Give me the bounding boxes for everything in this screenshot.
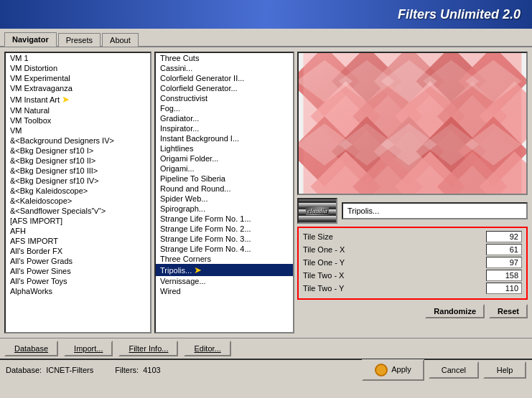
list-item[interactable]: Gradiator... — [156, 113, 293, 123]
list-item[interactable]: Origami... — [156, 164, 293, 174]
list-item[interactable]: &<Background Designers IV> — [6, 136, 150, 146]
param-value-tiletwox[interactable] — [486, 270, 522, 281]
apply-button[interactable]: Apply — [362, 359, 424, 381]
filters-value: 4103 — [143, 366, 160, 374]
list-item[interactable]: &<Bkg Designer sf10 II> — [6, 156, 150, 166]
list-item[interactable]: Wired — [156, 286, 293, 296]
list-item[interactable]: &<Bkg Designer sf10 IV> — [6, 176, 150, 186]
import-button[interactable]: Import... — [64, 341, 113, 356]
list-item[interactable]: Round and Round... — [156, 184, 293, 194]
param-label-tiletwoy: Tile Two - Y — [303, 284, 486, 293]
list-item[interactable]: VM 1 — [6, 53, 150, 63]
cancel-button[interactable]: Cancel — [429, 361, 479, 379]
list-item[interactable]: &<Bkg Designer sf10 I> — [6, 146, 150, 156]
list-item[interactable]: Colorfield Generator II... — [156, 73, 293, 83]
param-row-tiletwoy: Tile Two - Y — [303, 283, 522, 294]
list-item[interactable]: &<Bkg Kaleidoscope> — [6, 186, 150, 196]
arrow-icon: ➤ — [62, 94, 70, 105]
middle-list[interactable]: Three Cuts Cassini... Colorfield Generat… — [156, 53, 293, 332]
tab-bar: Navigator Presets About — [0, 29, 532, 47]
list-item[interactable]: &<Sandflower Specials"v"> — [6, 206, 150, 216]
list-item[interactable]: VM Toolbox — [6, 115, 150, 125]
list-item[interactable]: Three Cuts — [156, 53, 293, 63]
list-item[interactable]: &<Bkg Designer sf10 III> — [6, 166, 150, 176]
right-panel: claudia Tripolis... Tile Size Tile One -… — [297, 52, 528, 333]
list-item[interactable]: AFS IMPORT — [6, 236, 150, 246]
param-row-tilesize: Tile Size — [303, 231, 522, 242]
preview-image — [299, 53, 526, 194]
list-item[interactable]: AFH — [6, 226, 150, 236]
list-item[interactable]: All's Power Grads — [6, 256, 150, 266]
tab-presets[interactable]: Presets — [58, 33, 101, 47]
rand-reset-row: Randomize Reset — [297, 303, 528, 320]
editor-button[interactable]: Editor... — [184, 341, 230, 356]
tab-about[interactable]: About — [102, 33, 139, 47]
param-value-tiloney[interactable] — [486, 257, 522, 268]
preview-area — [297, 52, 528, 195]
list-item[interactable]: VM Instant Art ➤ — [6, 93, 150, 105]
list-item[interactable]: Strange Life Form No. 1... — [156, 214, 293, 224]
list-item[interactable]: &<Kaleidoscope> — [6, 196, 150, 206]
list-item[interactable]: Fog... — [156, 103, 293, 113]
param-value-tiletwoy[interactable] — [486, 283, 522, 294]
app-title: Filters Unlimited 2.0 — [398, 7, 521, 22]
arrow-icon: ➤ — [194, 265, 202, 275]
list-item[interactable]: Strange Life Form No. 2... — [156, 224, 293, 234]
list-item[interactable]: Spider Web... — [156, 194, 293, 204]
list-item[interactable]: Constructivist — [156, 93, 293, 103]
filter-info-bar: claudia Tripolis... — [297, 198, 528, 224]
filters-label: Filters: — [115, 366, 139, 374]
thumbnail-text: claudia — [299, 199, 336, 222]
apply-label: Apply — [391, 365, 411, 374]
left-list[interactable]: VM 1 VM Distortion VM Experimental VM Ex… — [6, 53, 150, 332]
list-item[interactable]: VM — [6, 125, 150, 136]
list-item[interactable]: Strange Life Form No. 3... — [156, 234, 293, 244]
list-item[interactable]: Cassini... — [156, 63, 293, 73]
params-area: Tile Size Tile One - X Tile One - Y Tile… — [297, 227, 528, 300]
database-label: Database: — [6, 366, 42, 374]
list-item[interactable]: All's Power Toys — [6, 276, 150, 286]
reset-button[interactable]: Reset — [489, 304, 528, 318]
status-bar: Database: ICNET-Filters Filters: 4103 Ap… — [0, 359, 532, 380]
main-content: VM 1 VM Distortion VM Experimental VM Ex… — [0, 47, 532, 338]
svg-rect-36 — [304, 53, 522, 194]
status-database: Database: ICNET-Filters — [6, 366, 93, 374]
list-item[interactable]: Vernissage... — [156, 276, 293, 286]
list-item[interactable]: Pipeline To Siberia — [156, 174, 293, 184]
param-row-tiletwox: Tile Two - X — [303, 270, 522, 281]
param-row-tiloney: Tile One - Y — [303, 257, 522, 268]
database-button[interactable]: Database — [4, 341, 58, 356]
status-filters: Filters: 4103 — [115, 366, 160, 374]
list-item[interactable]: All's Power Sines — [6, 266, 150, 276]
list-item[interactable]: Three Corners — [156, 254, 293, 264]
list-item[interactable]: AlphaWorks — [6, 286, 150, 296]
param-value-tileonex[interactable] — [486, 244, 522, 255]
list-item[interactable]: Origami Folder... — [156, 153, 293, 164]
left-panel: VM 1 VM Distortion VM Experimental VM Ex… — [4, 52, 151, 333]
filter-info-button[interactable]: Filter Info... — [118, 341, 178, 356]
list-item[interactable]: All's Border FX — [6, 246, 150, 256]
list-item[interactable]: Inspirator... — [156, 123, 293, 133]
database-value: ICNET-Filters — [46, 366, 93, 374]
param-value-tilesize[interactable] — [486, 231, 522, 242]
list-item[interactable]: VM Natural — [6, 105, 150, 115]
randomize-button[interactable]: Randomize — [425, 304, 485, 318]
list-item[interactable]: [AFS IMPORT] — [6, 216, 150, 226]
tab-navigator[interactable]: Navigator — [4, 32, 57, 47]
list-item[interactable]: VM Extravaganza — [6, 83, 150, 93]
bottom-toolbar: Database Import... Filter Info... Editor… — [0, 338, 532, 359]
param-label-tiletwox: Tile Two - X — [303, 271, 486, 280]
list-item[interactable]: Lightlines — [156, 143, 293, 153]
list-item[interactable]: Spirograph... — [156, 204, 293, 214]
param-label-tilesize: Tile Size — [303, 232, 486, 241]
list-item[interactable]: VM Distortion — [6, 63, 150, 73]
filter-name-text: Tripolis... — [347, 207, 379, 215]
middle-panel: Three Cuts Cassini... Colorfield Generat… — [154, 52, 294, 333]
list-item[interactable]: Colorfield Generator... — [156, 83, 293, 93]
filter-thumbnail: claudia — [297, 198, 337, 224]
help-button[interactable]: Help — [483, 361, 526, 379]
list-item[interactable]: Strange Life Form No. 4... — [156, 244, 293, 254]
list-item-tripolis[interactable]: Tripolis... ➤ — [156, 264, 293, 276]
list-item[interactable]: VM Experimental — [6, 73, 150, 83]
list-item[interactable]: Instant Background I... — [156, 133, 293, 143]
